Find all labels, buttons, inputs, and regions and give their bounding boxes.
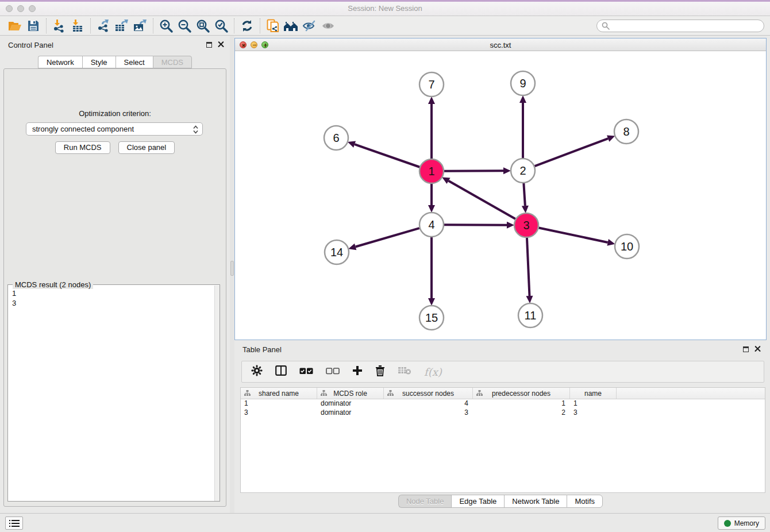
criterion-dropdown[interactable]: strongly connected component (26, 122, 203, 136)
toolbar-separator (234, 18, 234, 33)
graph-edge-4-3[interactable] (444, 225, 507, 225)
graph-node-label-10: 10 (621, 240, 633, 253)
close-panel-icon[interactable] (218, 41, 224, 48)
close-panel-button[interactable]: Close panel (118, 141, 175, 154)
graph-node-label-8: 8 (623, 125, 629, 138)
cell-name[interactable]: 1 (570, 399, 617, 408)
toolbar-separator (46, 18, 47, 33)
graph-edge-2-8[interactable] (535, 138, 609, 166)
table-panel-title: Table Panel (242, 345, 282, 354)
panel-splitter[interactable] (230, 36, 234, 513)
export-image-button[interactable] (131, 17, 149, 34)
graph-edge-1-2[interactable] (444, 171, 503, 171)
cell-successor-nodes[interactable]: 4 (384, 399, 473, 408)
import-network-button[interactable] (50, 17, 68, 34)
tab-motifs[interactable]: Motifs (567, 495, 603, 508)
graph-edge-3-1[interactable] (449, 181, 515, 219)
export-image-icon (133, 19, 148, 33)
cell-name[interactable]: 3 (570, 408, 617, 418)
mcds-result-item[interactable]: 1 (12, 288, 214, 298)
float-panel-icon[interactable] (206, 42, 212, 48)
cell-shared-name[interactable]: 1 (241, 399, 317, 408)
run-mcds-button[interactable]: Run MCDS (55, 141, 110, 154)
graph-edge-3-10[interactable] (539, 228, 608, 242)
add-column-button[interactable] (352, 365, 363, 378)
toggle-panes-button[interactable] (275, 365, 287, 378)
zoom-selected-icon (214, 18, 229, 33)
export-table-button[interactable] (113, 17, 131, 34)
open-folder-icon (7, 19, 22, 33)
splitter-grip[interactable] (230, 261, 234, 276)
export-table-icon (114, 19, 129, 33)
network-frame-title: scc.txt (235, 41, 766, 49)
tab-mcds[interactable]: MCDS (153, 56, 192, 68)
tab-edge-table[interactable]: Edge Table (451, 495, 504, 508)
zoom-fit-button[interactable] (194, 17, 212, 34)
cell-mcds-role[interactable]: dominator (317, 408, 384, 418)
tab-node-table[interactable]: Node Table (398, 495, 452, 508)
network-frame-titlebar[interactable]: scc.txt (235, 38, 766, 51)
tab-select[interactable]: Select (116, 56, 153, 68)
graph-edge-1-6[interactable] (355, 144, 419, 167)
tab-network[interactable]: Network (38, 56, 82, 68)
hide-selected-button[interactable] (301, 17, 319, 34)
deselect-all-checkboxes-button[interactable] (326, 367, 340, 377)
network-canvas-svg: 7968124314101511 (235, 51, 766, 340)
task-history-button[interactable] (5, 516, 23, 530)
column-header-predecessor-nodes[interactable]: predecessor nodes (473, 388, 570, 399)
table-row[interactable]: 3 dominator 3 2 3 (241, 408, 765, 418)
delete-column-button[interactable] (375, 365, 385, 379)
cell-predecessor-nodes[interactable]: 2 (473, 408, 570, 418)
search-field[interactable] (596, 20, 764, 32)
column-header-name[interactable]: name (570, 388, 617, 399)
zoom-in-button[interactable] (157, 17, 175, 34)
column-type-icon (476, 390, 483, 398)
column-header-successor-nodes[interactable]: successor nodes (384, 388, 473, 399)
titlebar: Session: New Session (0, 0, 770, 16)
mcds-result-item[interactable]: 3 (12, 298, 214, 308)
table-row[interactable]: 1 dominator 4 1 1 (241, 399, 765, 408)
column-header-shared-name[interactable]: shared name (241, 388, 317, 399)
refresh-button[interactable] (238, 17, 256, 34)
graph-edge-2-3[interactable] (523, 183, 525, 206)
save-session-button[interactable] (24, 17, 43, 34)
memory-label: Memory (734, 519, 759, 527)
control-panel: Control Panel Network Style Select MCDS … (0, 38, 230, 510)
graph-edge-3-11[interactable] (527, 238, 530, 296)
cell-successor-nodes[interactable]: 3 (384, 408, 473, 418)
window-title: Session: New Session (0, 4, 770, 13)
tab-network-table[interactable]: Network Table (504, 495, 567, 508)
graph-node-label-9: 9 (519, 77, 526, 90)
open-file-button[interactable] (6, 17, 24, 34)
split-columns-icon (275, 365, 287, 376)
graph-node-label-7: 7 (428, 78, 434, 91)
titlebar-accent (0, 0, 770, 2)
cell-mcds-role[interactable]: dominator (317, 399, 384, 408)
graph-edge-4-14[interactable] (356, 228, 419, 246)
cell-predecessor-nodes[interactable]: 1 (473, 399, 570, 408)
zoom-selected-button[interactable] (212, 17, 230, 34)
zoom-out-button[interactable] (175, 17, 194, 34)
cell-shared-name[interactable]: 3 (241, 408, 317, 418)
memory-button[interactable]: Memory (718, 516, 765, 530)
select-all-checkboxes-button[interactable] (299, 367, 313, 377)
close-panel-icon[interactable] (754, 346, 761, 352)
result-scrollbar[interactable] (214, 286, 220, 501)
column-type-icon (244, 390, 251, 398)
first-neighbors-button[interactable] (282, 17, 301, 34)
show-all-button[interactable] (319, 17, 337, 34)
search-input[interactable] (613, 22, 759, 30)
new-network-from-selection-button[interactable] (264, 17, 282, 34)
network-canvas[interactable]: 7968124314101511 (235, 51, 766, 340)
graph-node-label-4: 4 (428, 218, 434, 231)
export-network-button[interactable] (94, 17, 113, 34)
import-table-button[interactable] (68, 17, 87, 34)
zoom-in-icon (159, 18, 174, 33)
eye-slash-icon (302, 20, 318, 32)
refresh-icon (240, 19, 254, 33)
settings-gear-button[interactable] (251, 365, 263, 379)
graph-node-label-14: 14 (330, 246, 343, 259)
float-panel-icon[interactable] (743, 346, 749, 352)
column-header-mcds-role[interactable]: MCDS role (317, 388, 384, 399)
tab-style[interactable]: Style (82, 56, 116, 68)
